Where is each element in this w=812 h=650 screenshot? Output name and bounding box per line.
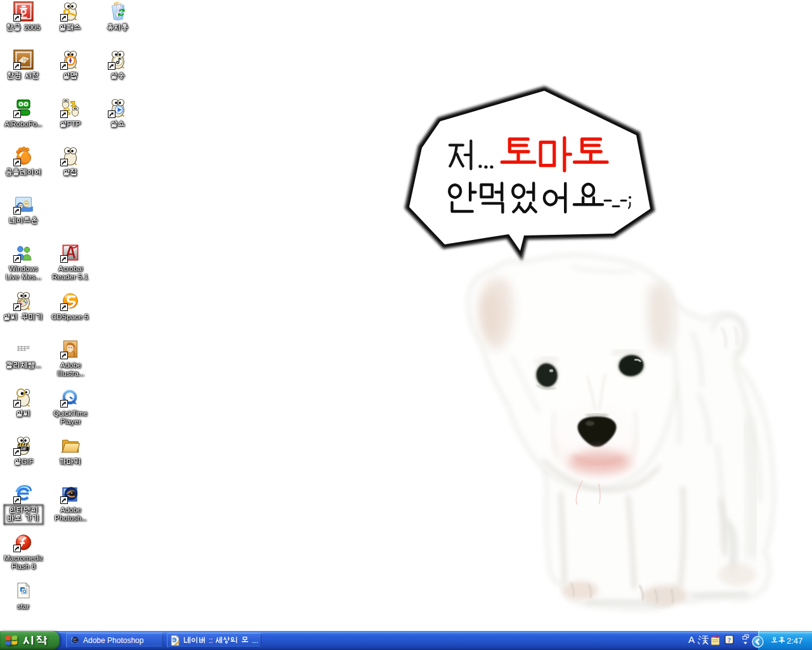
- svg-text:Flash: Flash: [11, 562, 29, 570]
- svg-text:Reader: Reader: [52, 273, 76, 281]
- svg-text:?: ?: [728, 637, 731, 644]
- svg-text:::: ::: [209, 636, 213, 645]
- svg-text:Player: Player: [60, 418, 81, 425]
- svg-text:Windows: Windows: [9, 265, 37, 272]
- svg-text:A: A: [688, 634, 695, 645]
- svg-text:GIF: GIF: [21, 458, 33, 465]
- svg-text:CDSpace: CDSpace: [51, 313, 82, 321]
- svg-text:FTP: FTP: [67, 120, 81, 128]
- svg-text:2005: 2005: [24, 23, 40, 31]
- svg-text:5: 5: [84, 313, 88, 321]
- svg-text:...: ...: [35, 361, 41, 369]
- svg-text:8: 8: [31, 562, 35, 570]
- svg-text:Illustra...: Illustra...: [57, 369, 84, 377]
- svg-text:2:47: 2:47: [787, 636, 802, 646]
- svg-text:AlRoboFo...: AlRoboFo...: [4, 120, 42, 128]
- svg-text:GIF: GIF: [20, 447, 27, 451]
- svg-text:Acrobat: Acrobat: [58, 265, 82, 272]
- svg-text:Mes...: Mes...: [22, 273, 41, 281]
- svg-text:Live: Live: [6, 273, 19, 281]
- svg-text:Macromedia: Macromedia: [4, 554, 43, 562]
- svg-text:Photosh...: Photosh...: [55, 514, 86, 522]
- svg-text:QuickTime: QuickTime: [53, 409, 87, 417]
- svg-text:...: ...: [252, 636, 258, 645]
- svg-text:Adobe: Adobe: [60, 506, 81, 514]
- svg-text:star: star: [17, 602, 29, 610]
- svg-text:Adobe: Adobe: [60, 361, 81, 369]
- svg-text:5.1: 5.1: [78, 273, 88, 281]
- svg-text:Adobe Photoshop: Adobe Photoshop: [83, 636, 144, 645]
